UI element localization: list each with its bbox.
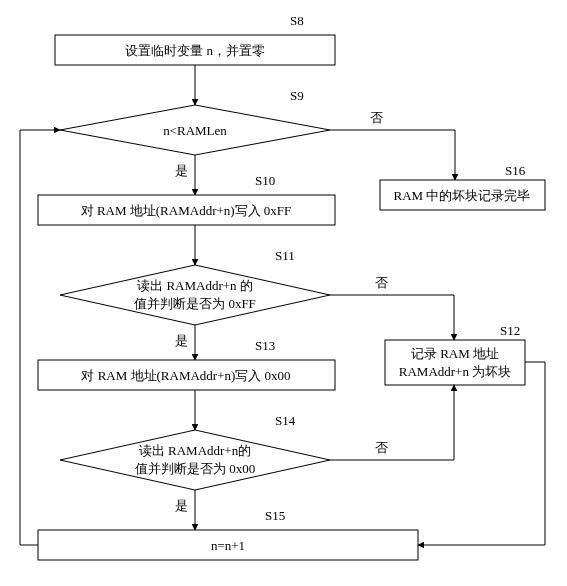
label-s13: S13 <box>255 338 275 353</box>
text-s11-l2: 值并判断是否为 0xFF <box>134 296 256 311</box>
label-s9: S9 <box>290 88 304 103</box>
text-s16: RAM 中的坏块记录完毕 <box>394 188 531 203</box>
label-s12: S12 <box>500 323 520 338</box>
label-s9-no: 否 <box>370 110 383 125</box>
label-s15: S15 <box>265 508 285 523</box>
text-s13: 对 RAM 地址(RAMAddr+n)写入 0x00 <box>81 368 290 383</box>
label-s16: S16 <box>505 163 526 178</box>
text-s8: 设置临时变量 n，并置零 <box>125 43 265 58</box>
text-s12-l1: 记录 RAM 地址 <box>411 346 499 361</box>
label-s11-no: 否 <box>375 275 388 290</box>
label-s11: S11 <box>275 248 295 263</box>
label-s14: S14 <box>275 413 296 428</box>
node-s14 <box>60 430 330 490</box>
node-s11 <box>60 265 330 325</box>
label-s14-yes: 是 <box>175 498 188 513</box>
label-s9-yes: 是 <box>175 163 188 178</box>
text-s15: n=n+1 <box>211 538 245 553</box>
label-s14-no: 否 <box>375 440 388 455</box>
label-s8: S8 <box>290 13 304 28</box>
text-s11-l1: 读出 RAMAddr+n 的 <box>137 278 253 293</box>
text-s10: 对 RAM 地址(RAMAddr+n)写入 0xFF <box>81 203 292 218</box>
text-s9: n<RAMLen <box>163 123 227 138</box>
label-s10: S10 <box>255 173 275 188</box>
text-s14-l2: 值并判断是否为 0x00 <box>135 461 255 476</box>
text-s12-l2: RAMAddr+n 为坏块 <box>399 364 511 379</box>
text-s14-l1: 读出 RAMAddr+n的 <box>139 443 251 458</box>
label-s11-yes: 是 <box>175 333 188 348</box>
